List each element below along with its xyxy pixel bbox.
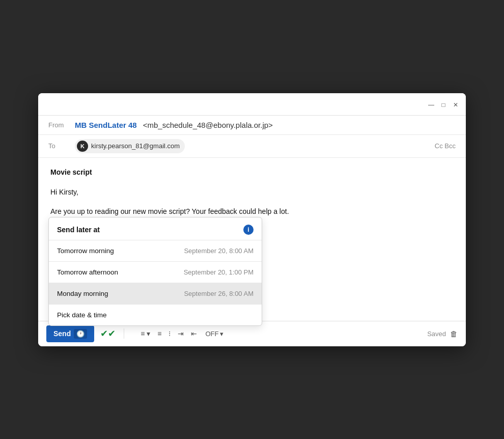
salutation: Hi Kirsty, [50,186,454,198]
indent-icon: ⇥ [178,330,184,338]
from-label: From [48,121,69,129]
align-icon: ≡ ▾ [141,330,150,338]
trash-icon: 🗑 [450,330,458,338]
option-time: September 26, 8:00 AM [184,290,254,297]
saved-indicator: Saved [427,330,446,338]
recipient-chip[interactable]: K kirsty.pearson_81@gmail.com [75,139,185,153]
send-option-tomorrow-afternoon[interactable]: Tomorrow afternoon September 20, 1:00 PM [49,262,262,283]
avatar: K [77,141,88,152]
format-toolbar: ≡ ▾ ≡ ⁝ ⇥ ⇤ OFF ▾ [137,327,223,340]
send-option-monday-morning[interactable]: Monday morning September 26, 8:00 AM [49,283,262,304]
popup-header: Send later at i [49,217,262,240]
unordered-list-button[interactable]: ⁝ [165,327,174,340]
to-label: To [48,142,69,150]
send-button[interactable]: Send 🕐 [46,325,94,342]
option-label: Tomorrow morning [57,247,114,255]
info-icon[interactable]: i [243,225,254,235]
discard-button[interactable]: 🗑 [450,330,458,338]
send-label: Send [53,330,71,338]
email-subject: Movie script [50,168,454,176]
option-time: September 20, 1:00 PM [184,268,254,276]
send-option-pick-date[interactable]: Pick date & time [49,305,262,325]
email-compose-window: — □ ✕ From MB SendLater 48 <mb_schedule_… [38,93,466,346]
indent-button[interactable]: ⇥ [175,327,187,340]
option-label: Pick date & time [57,311,107,319]
ordered-list-button[interactable]: ≡ [154,327,164,340]
cc-bcc-button[interactable]: Cc Bcc [435,142,456,150]
outdent-button[interactable]: ⇤ [188,327,200,340]
maximize-button[interactable]: □ [439,101,447,109]
window-controls: — □ ✕ [427,101,460,109]
off-label-text: OFF [205,330,218,338]
unordered-list-icon: ⁝ [169,330,171,338]
close-button[interactable]: ✕ [452,101,460,109]
clock-icon: 🕐 [74,329,87,339]
recipient-email: kirsty.pearson_81@gmail.com [91,142,180,150]
check-icon: ✔✔ [100,328,116,339]
option-time: September 20, 8:00 AM [184,247,254,255]
chevron-down-icon: ▾ [220,330,223,338]
title-bar: — □ ✕ [38,93,466,116]
option-label: Monday morning [57,290,108,297]
toolbar-right: Saved 🗑 [427,330,458,338]
send-later-popup: Send later at i Tomorrow morning Septemb… [48,217,262,326]
from-row: From MB SendLater 48 <mb_schedule_48@ebo… [38,116,466,135]
spellcheck-toggle[interactable]: OFF ▾ [205,330,223,338]
ordered-list-icon: ≡ [157,330,161,338]
to-row: To K kirsty.pearson_81@gmail.com Cc Bcc [38,135,466,158]
send-later-title: Send later at [57,226,100,234]
email-body[interactable]: Movie script Hi Kirsty, Are you up to re… [38,158,466,321]
send-option-tomorrow-morning[interactable]: Tomorrow morning September 20, 8:00 AM [49,240,262,261]
option-label: Tomorrow afternoon [57,268,118,276]
minimize-button[interactable]: — [427,101,435,109]
toolbar-separator [124,328,124,339]
check-button[interactable]: ✔✔ [97,326,119,341]
sender-name: MB SendLater 48 [75,121,137,129]
sender-email: <mb_schedule_48@ebony.plala.or.jp> [143,121,273,129]
outdent-icon: ⇤ [191,330,197,338]
align-button[interactable]: ≡ ▾ [137,327,153,340]
